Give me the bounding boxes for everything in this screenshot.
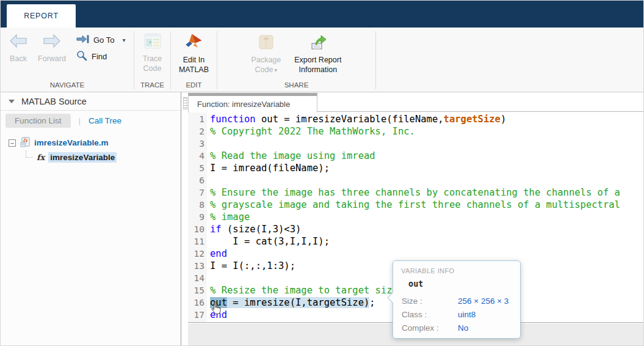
tooltip-title: VARIABLE INFO (393, 261, 520, 274)
line-content[interactable]: out = imresize(I,targetSize); (204, 296, 375, 309)
line-number: 10 (188, 223, 204, 235)
line-number: 2 (188, 125, 204, 138)
line-content[interactable]: I = cat(3,I,I,I); (204, 235, 330, 248)
document-tab-row: Function: imresizeVariable (188, 92, 643, 112)
tab-report[interactable]: REPORT (7, 4, 76, 28)
code-line[interactable]: 6 (188, 174, 643, 186)
line-content[interactable]: % Read the image using imread (204, 150, 375, 162)
line-number: 14 (188, 272, 204, 284)
code-line[interactable]: 2% Copyright 2022 The MathWorks, Inc. (188, 125, 643, 138)
line-content[interactable]: % Ensure the image has three channels by… (204, 186, 620, 199)
goto-icon (76, 34, 89, 46)
line-number: 16 (188, 296, 204, 309)
panel-splitter[interactable] (182, 92, 188, 345)
line-content[interactable]: % Resize the image to target size (204, 284, 398, 296)
export-report-button[interactable]: Export Report Information (292, 33, 344, 75)
line-number: 6 (188, 174, 204, 186)
tree-connector (26, 150, 33, 158)
splitter-grip-icon[interactable] (183, 97, 187, 109)
code-line[interactable]: 12end (188, 248, 643, 260)
toolbar-separator (375, 31, 376, 89)
line-content[interactable]: function out = imresizeVariable(fileName… (204, 113, 506, 125)
goto-button[interactable]: Go To ▾ (74, 32, 128, 48)
forward-button[interactable]: Forward (34, 33, 70, 64)
mouse-cursor (209, 301, 223, 319)
tree-item-function[interactable]: fx imresizeVariable (1, 150, 181, 164)
tab-divider: | (79, 116, 81, 125)
line-number: 17 (188, 309, 204, 321)
line-content[interactable]: % grayscale image and taking the first t… (204, 199, 620, 211)
find-button[interactable]: Find (74, 48, 128, 65)
section-label-navigate: NAVIGATE (1, 81, 134, 92)
sidebar-title: MATLAB Source (21, 97, 87, 106)
line-content[interactable]: I = I(:,:,1:3); (204, 260, 295, 272)
code-line[interactable]: 3 (188, 138, 643, 150)
edit-in-matlab-button[interactable]: Edit In MATLAB (176, 33, 211, 75)
code-line[interactable]: 11 I = cat(3,I,I,I); (188, 235, 643, 248)
find-label: Find (92, 52, 107, 61)
line-number: 7 (188, 186, 204, 199)
collapse-triangle-icon[interactable] (9, 100, 15, 103)
variable-info-tooltip: VARIABLE INFO out Size : 256 × 256 × 3 C… (393, 260, 521, 339)
code-line[interactable]: 4% Read the image using imread (188, 150, 643, 162)
tree-item-file[interactable]: − fx imresizeVariable.m (1, 136, 181, 150)
sidebar-tabs: Function List | Call Tree (1, 111, 181, 131)
trace-code-label: Trace Code (143, 54, 162, 73)
package-code-button[interactable]: Package Code▾ (249, 33, 284, 75)
sidebar-header[interactable]: MATLAB Source (1, 92, 181, 111)
complex-value: No (458, 323, 468, 333)
tab-function-imresizevariable[interactable]: Function: imresizeVariable (188, 93, 317, 112)
class-label: Class : (402, 310, 458, 319)
report-window: REPORT Back Forward (0, 0, 644, 346)
toolbar-group-navigate: Back Forward Go To ▾ (1, 28, 134, 92)
line-content[interactable]: end (204, 248, 227, 260)
toolstrip: Back Forward Go To ▾ (1, 28, 643, 92)
line-content[interactable]: I = imread(fileName); (204, 162, 330, 174)
edit-in-matlab-label: Edit In MATLAB (179, 55, 209, 75)
back-arrow-icon (9, 33, 28, 51)
section-label-edit: EDIT (171, 81, 217, 92)
line-number: 11 (188, 235, 204, 248)
line-content[interactable]: % Copyright 2022 The MathWorks, Inc. (204, 125, 415, 138)
tooltip-variable-name: out (393, 274, 520, 289)
code-line[interactable]: 8% grayscale image and taking the first … (188, 199, 643, 211)
tooltip-row-class: Class : uint8 (402, 310, 520, 323)
tree-file-label: imresizeVariable.m (34, 138, 109, 147)
line-content[interactable] (204, 174, 210, 186)
line-number: 13 (188, 260, 204, 272)
toolbar-group-share: Package Code▾ Export Report Information … (217, 28, 375, 92)
size-value: 256 × 256 × 3 (458, 296, 508, 306)
package-code-label: Package Code▾ (251, 55, 281, 75)
document-tab-label: Function: imresizeVariable (197, 100, 290, 109)
chevron-down-icon: ▾ (122, 37, 125, 43)
size-label: Size : (402, 296, 458, 306)
code-line[interactable]: 10if (size(I,3)<3) (188, 223, 643, 235)
code-line[interactable]: 5I = imread(fileName); (188, 162, 643, 174)
tab-call-tree[interactable]: Call Tree (89, 116, 121, 125)
back-button[interactable]: Back (3, 33, 34, 64)
function-tree: − fx imresizeVariable.m fx imresizeVaria… (1, 131, 181, 164)
tooltip-row-size: Size : 256 × 256 × 3 (402, 296, 520, 310)
export-icon (308, 33, 328, 53)
code-line[interactable]: 1function out = imresizeVariable(fileNam… (188, 113, 643, 125)
line-number: 15 (188, 284, 204, 296)
line-content[interactable]: % image (204, 211, 250, 223)
code-line[interactable]: 7% Ensure the image has three channels b… (188, 186, 643, 199)
line-content[interactable] (204, 272, 210, 284)
line-number: 5 (188, 162, 204, 174)
forward-arrow-icon (42, 33, 62, 51)
collapse-icon[interactable]: − (9, 139, 16, 147)
trace-code-button[interactable]: Trace Code (140, 33, 165, 73)
code-line[interactable]: 9% image (188, 211, 643, 223)
tooltip-row-complex: Complex : No (402, 323, 520, 337)
toolbar-group-edit: Edit In MATLAB EDIT (171, 28, 217, 92)
tab-report-label: REPORT (24, 12, 59, 20)
line-number: 12 (188, 248, 204, 260)
line-content[interactable]: if (size(I,3)<3) (204, 223, 301, 235)
line-number: 9 (188, 211, 204, 223)
line-content[interactable] (204, 138, 210, 150)
tab-function-list[interactable]: Function List (5, 114, 71, 128)
line-number: 1 (188, 113, 204, 125)
forward-label: Forward (38, 54, 66, 64)
trace-code-icon (144, 33, 161, 51)
